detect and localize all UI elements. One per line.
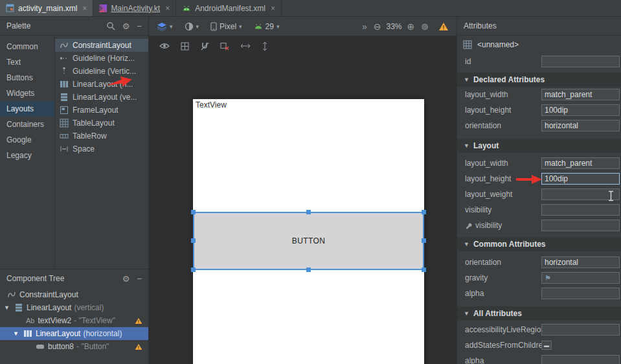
accessibilityliveregion-field[interactable] — [541, 324, 620, 336]
component-name: <unnamed> — [477, 40, 519, 49]
palette-item-constraintlayout[interactable]: ConstraintLayout — [55, 39, 148, 52]
pack-horizontal-icon[interactable] — [240, 43, 251, 49]
resize-handle[interactable] — [191, 210, 196, 214]
palette-item-space[interactable]: Space — [55, 142, 148, 155]
palette-category-buttons[interactable]: Buttons — [0, 70, 54, 85]
tab-mainactivity-kt[interactable]: MainActivity.kt × — [93, 0, 176, 16]
api-level-selector[interactable]: 29 ▾ — [254, 22, 280, 31]
section-common-attributes[interactable]: ▼ Common Attributes — [457, 237, 621, 251]
section-layout[interactable]: ▼ Layout — [457, 139, 621, 153]
minimize-icon[interactable]: − — [137, 22, 142, 30]
close-icon[interactable]: × — [271, 4, 275, 13]
chevron-down-icon[interactable]: ▼ — [4, 304, 10, 311]
editor-tabbar: activity_main.xml × MainActivity.kt × An… — [0, 0, 621, 17]
palette-category-text[interactable]: Text — [0, 54, 54, 70]
surface-toolbar — [149, 36, 457, 56]
alpha-field[interactable] — [541, 288, 620, 299]
layout-width-field[interactable]: match_parent — [541, 89, 620, 100]
resize-handle[interactable] — [422, 210, 426, 214]
chevron-down-icon: ▾ — [170, 23, 173, 30]
zoom-in-icon[interactable]: ⊕ — [407, 21, 415, 32]
tab-label: activity_main.xml — [18, 4, 77, 13]
left-panel: Palette ⚙ − Common Text Buttons Widgets … — [0, 17, 149, 364]
close-icon[interactable]: × — [82, 4, 87, 13]
view-options-eye-icon[interactable] — [159, 43, 170, 49]
palette-category-containers[interactable]: Containers — [0, 117, 54, 132]
resize-handle[interactable] — [306, 267, 311, 272]
resize-handle[interactable] — [191, 238, 196, 243]
warning-icon — [135, 317, 142, 324]
tools-visibility-field[interactable] — [541, 220, 620, 231]
selected-component-row: <unnamed> — [457, 36, 621, 53]
autoconnect-off-magnet-icon[interactable] — [200, 41, 209, 51]
tree-node-textview2[interactable]: Ab textView2 - "TextView" — [0, 314, 148, 327]
palette-item-linearlayout-horizontal[interactable]: LinearLayout (h... — [55, 78, 148, 91]
orientation-field[interactable]: horizontal — [541, 256, 620, 268]
section-all-attributes[interactable]: ▼ All Attributes — [457, 306, 621, 321]
zoom-level: 33% — [387, 22, 402, 31]
palette-item-framelayout[interactable]: FrameLayout — [55, 104, 148, 117]
visibility-field[interactable] — [541, 204, 620, 216]
framelayout-icon — [59, 106, 69, 115]
chevron-down-icon[interactable]: ▼ — [13, 330, 19, 337]
space-icon — [59, 144, 69, 154]
blueprint-grid-icon[interactable] — [181, 42, 189, 51]
tristate-checkbox[interactable]: ▬ — [541, 341, 552, 350]
zoom-out-icon[interactable]: ⊖ — [374, 21, 381, 32]
pack-vertical-icon[interactable] — [262, 41, 268, 51]
clear-constraints-icon[interactable] — [220, 41, 229, 51]
palette-item-guideline-horizontal[interactable]: Guideline (Horiz... — [55, 52, 148, 65]
tree-node-button8[interactable]: button8 - "Button" — [0, 340, 148, 353]
tab-activity-main-xml[interactable]: activity_main.xml × — [0, 0, 93, 16]
resize-handle[interactable] — [422, 267, 426, 272]
theme-selector[interactable]: ▾ — [185, 22, 199, 31]
palette-category-layouts[interactable]: Layouts — [0, 101, 54, 117]
guideline-horizontal-icon — [59, 54, 69, 63]
search-icon[interactable] — [106, 21, 115, 30]
canvas-textview[interactable]: TextView — [196, 100, 227, 109]
zoom-fit-icon[interactable]: ⊚ — [421, 21, 429, 32]
layout-height-field[interactable]: 100dip — [541, 104, 620, 116]
orientation-field[interactable]: horizontal — [541, 120, 620, 131]
palette-category-widgets[interactable]: Widgets — [0, 85, 54, 101]
design-canvas[interactable]: TextView BUTTON — [193, 99, 424, 364]
gravity-field[interactable]: ⚑ — [541, 272, 620, 284]
palette-item-guideline-vertical[interactable]: Guideline (Vertic... — [55, 65, 148, 78]
canvas-linearlayout-selected[interactable]: BUTTON — [193, 212, 424, 270]
tree-node-constraintlayout[interactable]: ConstraintLayout — [0, 288, 148, 301]
resize-handle[interactable] — [306, 210, 311, 214]
chevron-down-icon: ▾ — [239, 23, 242, 30]
layout-weight-field[interactable] — [541, 188, 620, 200]
section-declared-attributes[interactable]: ▼ Declared Attributes — [457, 73, 621, 87]
alpha-field[interactable] — [541, 355, 620, 364]
component-tree-header: Component Tree ⚙ − — [0, 269, 148, 288]
minimize-icon[interactable]: − — [137, 275, 142, 283]
guideline-vertical-icon — [59, 67, 69, 76]
palette-item-tablerow[interactable]: TableRow — [55, 130, 148, 142]
chevron-down-icon: ▼ — [464, 310, 469, 317]
palette-item-tablelayout[interactable]: TableLayout — [55, 117, 148, 130]
gear-icon[interactable]: ⚙ — [122, 275, 130, 283]
layout-height-field[interactable]: 100dip — [541, 173, 620, 185]
tree-node-linearlayout-vertical[interactable]: ▼ LinearLayout (vertical) — [0, 301, 148, 314]
palette-item-linearlayout-vertical[interactable]: LinearLayout (ve... — [55, 91, 148, 104]
tab-label: MainActivity.kt — [111, 4, 160, 13]
canvas-button[interactable]: BUTTON — [292, 236, 326, 245]
warning-icon — [135, 343, 142, 350]
tab-androidmanifest-xml[interactable]: AndroidManifest.xml × — [176, 0, 282, 16]
palette-category-common[interactable]: Common — [0, 39, 54, 54]
gear-icon[interactable]: ⚙ — [122, 22, 130, 30]
warnings-icon[interactable] — [438, 22, 449, 31]
close-icon[interactable]: × — [165, 4, 170, 13]
resize-handle[interactable] — [422, 238, 426, 243]
palette-category-legacy[interactable]: Legacy — [0, 148, 54, 163]
palette-category-google[interactable]: Google — [0, 132, 54, 148]
device-selector[interactable]: Pixel ▾ — [210, 22, 242, 31]
tree-node-linearlayout-horizontal[interactable]: ▼ LinearLayout (horizontal) — [0, 327, 148, 340]
design-surface-selector[interactable]: ▾ — [157, 22, 173, 31]
id-field[interactable] — [541, 56, 620, 67]
attr-row-visibility: visibility — [457, 202, 621, 218]
overflow-icon[interactable]: » — [362, 21, 367, 32]
resize-handle[interactable] — [191, 267, 196, 272]
layout-width-field[interactable]: match_parent — [541, 157, 620, 169]
